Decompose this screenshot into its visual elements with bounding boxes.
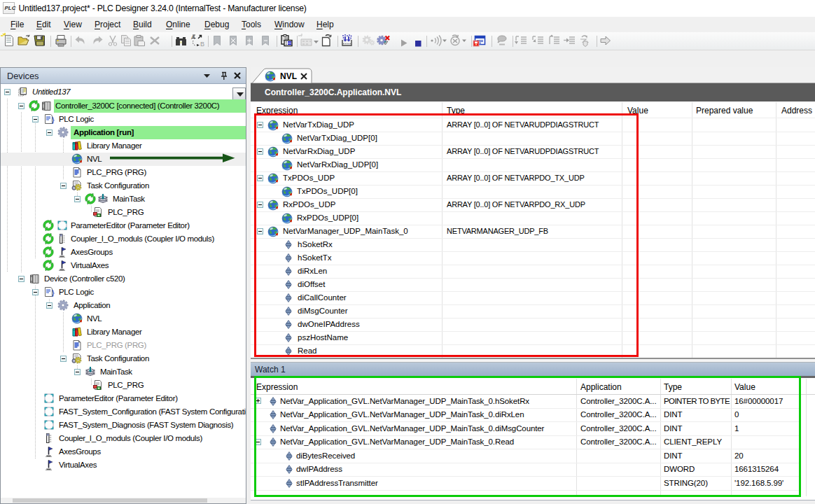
svg-text:B: B (200, 41, 204, 48)
svg-text:A: A (191, 34, 195, 41)
